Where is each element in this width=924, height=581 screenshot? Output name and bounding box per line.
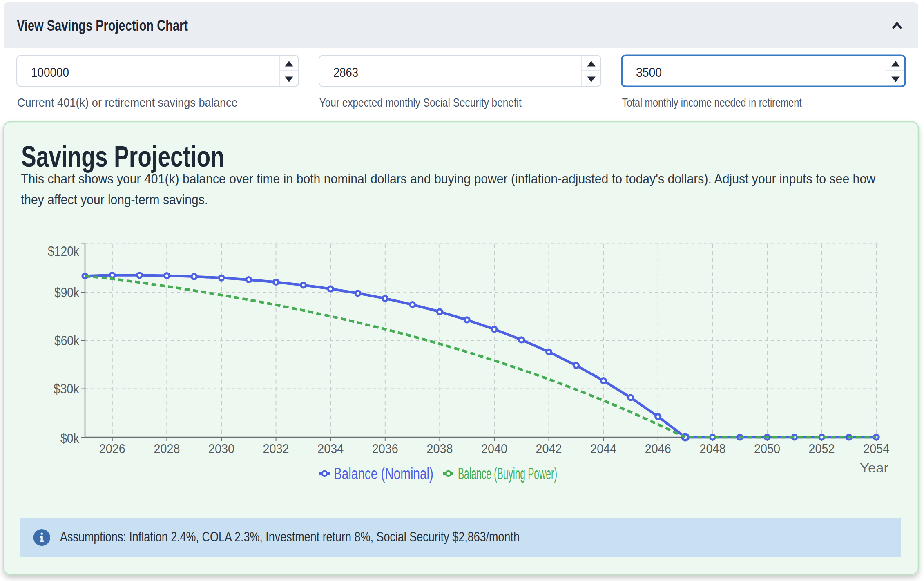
svg-text:2040: 2040 bbox=[481, 442, 507, 456]
svg-text:2038: 2038 bbox=[426, 442, 453, 456]
svg-text:$30k: $30k bbox=[54, 381, 79, 396]
svg-text:This chart shows your 401(k) b: This chart shows your 401(k) balance ove… bbox=[21, 171, 875, 186]
svg-text:$60k: $60k bbox=[54, 333, 79, 348]
svg-text:Current 401(k) or retirement s: Current 401(k) or retirement savings bal… bbox=[17, 96, 238, 109]
svg-text:3500: 3500 bbox=[636, 65, 662, 80]
svg-text:2048: 2048 bbox=[699, 442, 725, 456]
svg-text:2036: 2036 bbox=[372, 442, 398, 456]
svg-text:Total monthly income needed in: Total monthly income needed in retiremen… bbox=[622, 96, 802, 109]
svg-text:2046: 2046 bbox=[645, 442, 671, 456]
svg-text:2042: 2042 bbox=[536, 442, 562, 456]
svg-text:Assumptions: Inflation 2.4%, C: Assumptions: Inflation 2.4%, COLA 2.3%, … bbox=[60, 529, 520, 544]
svg-text:Savings Projection: Savings Projection bbox=[21, 140, 224, 173]
svg-text:2050: 2050 bbox=[754, 442, 780, 456]
svg-text:$120k: $120k bbox=[48, 244, 79, 259]
svg-text:they affect your long-term sav: they affect your long-term savings. bbox=[21, 192, 208, 207]
svg-text:2052: 2052 bbox=[809, 442, 835, 456]
svg-text:$0k: $0k bbox=[60, 431, 79, 446]
svg-text:2034: 2034 bbox=[317, 442, 344, 456]
svg-text:2028: 2028 bbox=[154, 442, 180, 456]
svg-text:Balance (Nominal): Balance (Nominal) bbox=[334, 464, 433, 483]
svg-text:2863: 2863 bbox=[333, 65, 358, 80]
svg-text:2054: 2054 bbox=[863, 442, 889, 456]
svg-text:2044: 2044 bbox=[590, 442, 616, 456]
svg-text:View Savings Projection Chart: View Savings Projection Chart bbox=[17, 17, 188, 34]
svg-text:Balance (Buying Power): Balance (Buying Power) bbox=[458, 464, 557, 483]
svg-text:$90k: $90k bbox=[54, 285, 79, 300]
svg-text:100000: 100000 bbox=[31, 65, 69, 80]
svg-text:Your expected monthly Social S: Your expected monthly Social Security be… bbox=[319, 96, 522, 109]
svg-text:Year: Year bbox=[860, 460, 888, 475]
svg-text:2032: 2032 bbox=[263, 442, 289, 456]
svg-text:2026: 2026 bbox=[99, 442, 125, 456]
svg-text:2030: 2030 bbox=[208, 442, 234, 456]
